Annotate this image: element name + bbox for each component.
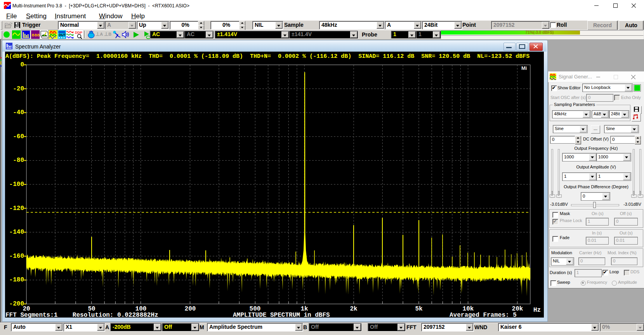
svg-text:DDP: DDP xyxy=(75,31,82,35)
svg-text:DUT: DUT xyxy=(59,33,66,37)
svg-text:888: 888 xyxy=(32,33,40,38)
